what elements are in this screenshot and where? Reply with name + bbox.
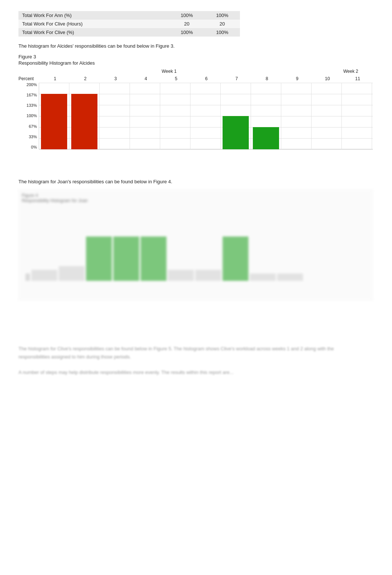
row-col2: 20 bbox=[204, 20, 240, 28]
row-label: Total Work For Ann (%) bbox=[18, 11, 169, 20]
summary-row: Total Work For Clive (%) 100% 100% bbox=[18, 28, 240, 37]
grid-line bbox=[39, 149, 373, 150]
col-number: 1 bbox=[40, 76, 70, 81]
col-number: 3 bbox=[100, 76, 131, 81]
col-number: 10 bbox=[312, 76, 343, 81]
row-col2: 100% bbox=[204, 11, 240, 20]
row-col1: 100% bbox=[169, 11, 204, 20]
col-number: 11 bbox=[343, 76, 373, 81]
week1-label: Week 1 bbox=[162, 69, 176, 74]
green-bar bbox=[253, 127, 279, 149]
paragraph2: The histogram for Joan's responsibilitie… bbox=[18, 179, 374, 184]
bars-area bbox=[39, 83, 373, 149]
y-axis-label: 133% bbox=[18, 103, 37, 108]
figure3-chart: Week 1 Week 2 Percent 1234567891011 200%… bbox=[18, 69, 373, 149]
col-numbers: 1234567891011 bbox=[40, 76, 373, 81]
paragraph1: The histogram for Alcides' responsibilit… bbox=[18, 43, 374, 49]
col-number: 6 bbox=[191, 76, 221, 81]
figure3-label: Figure 3 bbox=[18, 54, 373, 59]
chart-body: 200%167%133%100%67%33%0% bbox=[18, 83, 373, 149]
summary-table: Total Work For Ann (%) 100% 100% Total W… bbox=[18, 11, 240, 37]
blurred-text2: A number of steps may help distribute re… bbox=[18, 368, 351, 377]
percent-axis-label: Percent bbox=[18, 76, 40, 81]
summary-row: Total Work For Clive (Hours) 20 20 bbox=[18, 20, 240, 28]
y-axis-label: 167% bbox=[18, 93, 37, 97]
y-axis-label: 100% bbox=[18, 114, 37, 118]
y-axis-label: 67% bbox=[18, 125, 37, 129]
col-number: 8 bbox=[252, 76, 282, 81]
row-col1: 20 bbox=[169, 20, 204, 28]
red-bar bbox=[41, 94, 67, 149]
figure4-container: Figure 4 Responsibility Histogram for Jo… bbox=[18, 190, 373, 300]
red-bar bbox=[71, 94, 97, 149]
figure4-label: Figure 4 bbox=[22, 193, 369, 198]
bar-col bbox=[221, 83, 251, 149]
y-axis-label: 33% bbox=[18, 135, 37, 139]
row-label: Total Work For Clive (%) bbox=[18, 28, 169, 37]
col-number: 5 bbox=[161, 76, 191, 81]
figure3-container: Figure 3 Responsibility Histogram for Al… bbox=[18, 54, 373, 149]
row-label: Total Work For Clive (Hours) bbox=[18, 20, 169, 28]
col-number: 7 bbox=[221, 76, 252, 81]
summary-row: Total Work For Ann (%) 100% 100% bbox=[18, 11, 240, 20]
row-col2: 100% bbox=[204, 28, 240, 37]
week-header-row: Week 1 Week 2 bbox=[41, 69, 373, 76]
bar-col bbox=[69, 83, 100, 149]
col-number: 2 bbox=[70, 76, 100, 81]
y-axis-label: 200% bbox=[18, 83, 37, 87]
figure3-title: Responsibility Histogram for Alcides bbox=[18, 60, 373, 66]
grid-line bbox=[39, 83, 373, 83]
y-axis-label: 0% bbox=[18, 145, 37, 149]
row-col1: 100% bbox=[169, 28, 204, 37]
green-bar bbox=[223, 116, 249, 149]
col-number: 9 bbox=[282, 76, 312, 81]
y-axis: 200%167%133%100%67%33%0% bbox=[18, 83, 39, 149]
col-numbers-row: Percent 1234567891011 bbox=[18, 76, 373, 81]
col-number: 4 bbox=[131, 76, 161, 81]
blurred-text1: The histogram for Clive's responsibiliti… bbox=[18, 345, 351, 361]
bar-col bbox=[39, 83, 69, 149]
week2-label: Week 2 bbox=[343, 69, 358, 74]
figure4-title: Responsibility Histogram for Joan bbox=[22, 198, 369, 203]
